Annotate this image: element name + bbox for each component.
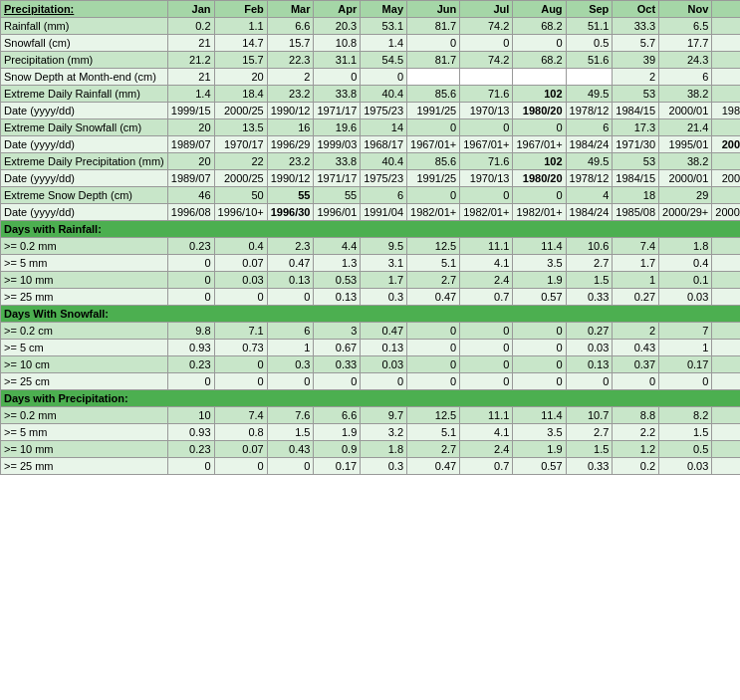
table-cell: 1970/13 (460, 170, 513, 187)
table-cell: 2000/20+ (712, 204, 740, 221)
table-cell: 18.4 (214, 86, 267, 103)
table-cell: 0.37 (613, 356, 659, 373)
table-cell: 5.7 (613, 35, 659, 52)
table-row: >= 5 mm0.930.81.51.93.25.14.13.52.72.21.… (1, 424, 741, 441)
table-cell: 6 (659, 69, 712, 86)
table-cell: 1991/04 (361, 204, 407, 221)
table-cell: 1970/13 (460, 103, 513, 119)
table-cell: 81.7 (407, 52, 460, 69)
table-cell: 20 (167, 153, 214, 170)
table-cell: 49.5 (566, 153, 613, 170)
table-row: Extreme Daily Snowfall (cm)2013.51619.61… (1, 119, 741, 136)
table-cell: 0.8 (214, 424, 267, 441)
table-cell: 6.5 (659, 18, 712, 35)
table-cell: 0.57 (513, 458, 566, 475)
table-cell: 0 (513, 187, 566, 204)
header-dec: Dec (712, 1, 740, 18)
table-cell: 7.1 (214, 323, 267, 340)
table-cell: 4 (566, 187, 613, 204)
table-cell: 0.47 (267, 255, 314, 272)
table-cell: 9 (712, 323, 740, 340)
section-header: Days with Precipitation: (1, 390, 741, 407)
table-cell: 1970/17 (214, 136, 267, 153)
table-cell: 1.7 (712, 18, 740, 35)
row-label: >= 25 mm (1, 458, 168, 475)
table-cell: 2000/25 (214, 103, 267, 119)
table-cell: 55 (712, 187, 740, 204)
table-cell: 33.8 (314, 86, 361, 103)
table-cell: 17.3 (613, 119, 659, 136)
table-cell: 68.2 (513, 52, 566, 69)
row-label: Snowfall (cm) (1, 35, 168, 52)
table-cell: 0.13 (267, 272, 314, 289)
table-cell: 0.13 (314, 289, 361, 306)
table-cell: 0 (361, 373, 407, 390)
table-cell: 1984/15 (613, 170, 659, 187)
table-cell: 2001/05 (712, 136, 740, 153)
table-cell: 1996/10+ (214, 204, 267, 221)
section-header: Days with Rainfall: (1, 221, 741, 238)
table-cell: 0 (314, 69, 361, 86)
header-jun: Jun (407, 1, 460, 18)
table-cell: 2000/29+ (659, 204, 712, 221)
table-row: >= 5 cm0.930.7310.670.130000.030.43116A (1, 340, 741, 356)
table-cell: 2.7 (407, 272, 460, 289)
table-row: >= 25 mm0000.130.30.470.70.570.330.270.0… (1, 289, 741, 306)
table-row: Snow Depth at Month-end (cm)21202002616C (1, 69, 741, 86)
table-cell: 1996/29 (267, 136, 314, 153)
table-cell: 74.2 (460, 18, 513, 35)
table-cell: 0.43 (267, 441, 314, 458)
table-cell: 0.03 (659, 458, 712, 475)
table-cell: 7.6 (267, 407, 314, 424)
table-cell: 18 (613, 187, 659, 204)
table-cell: 1 (613, 272, 659, 289)
row-label: Precipitation (mm) (1, 52, 168, 69)
table-row: Extreme Snow Depth (cm)46505555600041829… (1, 187, 741, 204)
table-cell: 10 (167, 407, 214, 424)
table-cell: 2.7 (407, 441, 460, 458)
row-label: >= 25 cm (1, 373, 168, 390)
table-cell: 16 (712, 69, 740, 86)
table-row: Precipitation (mm)21.215.722.331.154.581… (1, 52, 741, 69)
table-cell: 0 (267, 373, 314, 390)
table-cell: 0.23 (712, 441, 740, 458)
table-cell: 0 (460, 356, 513, 373)
table-cell: 1 (659, 340, 712, 356)
table-row: Date (yyyy/dd)1989/071970/171996/291999/… (1, 136, 741, 153)
table-cell: 0 (407, 356, 460, 373)
table-cell: 0 (214, 373, 267, 390)
table-cell: 0 (167, 289, 214, 306)
table-cell: 0 (407, 340, 460, 356)
table-cell: 21 (167, 69, 214, 86)
header-jan: Jan (167, 1, 214, 18)
table-cell: 1.5 (566, 441, 613, 458)
table-cell: 1.7 (361, 272, 407, 289)
table-cell: 1.2 (712, 424, 740, 441)
table-cell: 2.7 (566, 255, 613, 272)
table-cell: 7.4 (613, 238, 659, 255)
table-cell: 0 (407, 187, 460, 204)
table-cell: 12.5 (407, 238, 460, 255)
table-cell: 0.93 (167, 424, 214, 441)
table-cell: 1.4 (167, 86, 214, 103)
table-cell: 1.5 (659, 424, 712, 441)
table-cell: 71.6 (460, 86, 513, 103)
climate-data-table: Precipitation: Jan Feb Mar Apr May Jun J… (0, 0, 740, 475)
table-cell: 3 (314, 323, 361, 340)
table-row: >= 0.2 mm107.47.66.69.712.511.111.410.78… (1, 407, 741, 424)
table-cell: 5.1 (407, 255, 460, 272)
table-cell: 4.4 (314, 238, 361, 255)
table-cell: 1990/12 (267, 103, 314, 119)
table-cell: 0.2 (613, 458, 659, 475)
table-cell: 1996/30 (267, 204, 314, 221)
table-cell: 0.03 (361, 356, 407, 373)
table-row: >= 10 mm00.030.130.531.72.72.41.91.510.1… (1, 272, 741, 289)
header-mar: Mar (267, 1, 314, 18)
table-cell: 6 (267, 323, 314, 340)
table-cell: 29 (659, 187, 712, 204)
table-cell: 46 (167, 187, 214, 204)
table-cell: 0 (513, 356, 566, 373)
table-cell: 0.07 (214, 255, 267, 272)
table-row: >= 10 cm0.2300.30.330.030000.130.370.171… (1, 356, 741, 373)
table-cell: 21 (167, 35, 214, 52)
